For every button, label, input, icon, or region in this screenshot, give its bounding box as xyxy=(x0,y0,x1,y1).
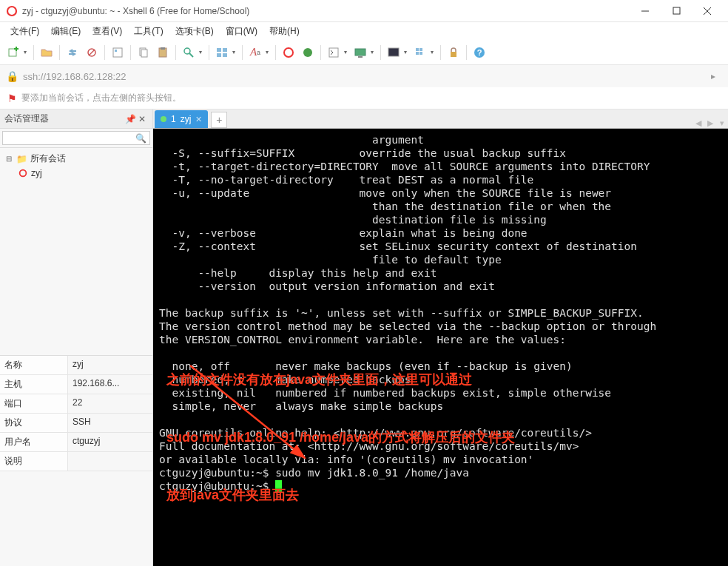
new-session-button[interactable] xyxy=(4,44,22,61)
menu-window[interactable]: 窗口(W) xyxy=(220,23,263,40)
menubar: 文件(F) 编辑(E) 查看(V) 工具(T) 选项卡(B) 窗口(W) 帮助(… xyxy=(0,22,728,40)
tree-root[interactable]: ⊟ 📁 所有会话 xyxy=(1,151,151,166)
reconnect-button[interactable] xyxy=(64,44,81,61)
session-manager-panel: 会话管理器 📌 ✕ 🔍 ⊟ 📁 所有会话 zyj 名称zyj 主机192.168… xyxy=(0,110,153,566)
titlebar: zyj - ctguzyj@ubuntu: ~ - Xshell 6 (Free… xyxy=(0,0,728,22)
svg-rect-27 xyxy=(388,48,399,56)
hint-bar: ⚑ 要添加当前会话，点击左侧的箭头按钮。 xyxy=(0,87,728,110)
svg-point-22 xyxy=(284,48,293,57)
menu-file[interactable]: 文件(F) xyxy=(4,23,45,40)
prop-host-label: 主机 xyxy=(0,375,68,394)
prop-host-value: 192.168.6... xyxy=(68,375,152,394)
menu-tabs[interactable]: 选项卡(B) xyxy=(169,23,220,40)
terminal[interactable]: argument -S, --suffix=SUFFIX override th… xyxy=(153,129,728,566)
svg-rect-28 xyxy=(416,48,419,51)
svg-rect-24 xyxy=(329,48,338,57)
dropdown-icon[interactable]: ▾ xyxy=(431,49,437,55)
session-label: zyj xyxy=(31,168,42,178)
close-button[interactable] xyxy=(692,1,722,21)
new-tab-button[interactable]: + xyxy=(211,112,227,128)
disconnect-button[interactable] xyxy=(83,44,101,61)
session-icon xyxy=(18,168,28,178)
color-button[interactable] xyxy=(280,44,297,61)
help-button[interactable]: ? xyxy=(471,44,488,61)
menu-tools[interactable]: 工具(T) xyxy=(128,23,169,40)
font-button[interactable]: Aa xyxy=(246,44,264,61)
terminal-cursor xyxy=(275,480,282,492)
dropdown-icon[interactable]: ▾ xyxy=(371,49,377,55)
xftp-button[interactable] xyxy=(299,44,317,61)
screen-button[interactable] xyxy=(351,44,369,61)
prop-port-label: 端口 xyxy=(0,394,68,413)
root-label: 所有会话 xyxy=(30,152,66,165)
window-title: zyj - ctguzyj@ubuntu: ~ - Xshell 6 (Free… xyxy=(22,6,630,16)
tab-strip: 1 zyj ✕ + ◀ ▶ ▾ xyxy=(153,110,728,129)
dropdown-icon[interactable]: ▾ xyxy=(344,49,350,55)
svg-rect-25 xyxy=(355,49,365,55)
search-icon: 🔍 xyxy=(135,133,146,144)
terminal-button[interactable] xyxy=(385,44,402,61)
hint-text: 要添加当前会话，点击左侧的箭头按钮。 xyxy=(21,92,181,104)
prop-desc-label: 说明 xyxy=(0,452,68,471)
dropdown-icon[interactable]: ▾ xyxy=(24,49,30,55)
terminal-content: argument -S, --suffix=SUFFIX override th… xyxy=(159,134,656,492)
copy-button[interactable] xyxy=(135,44,152,61)
address-field[interactable]: ssh://192.168.62.128:22 xyxy=(23,71,704,82)
tab-next-icon[interactable]: ▶ xyxy=(704,118,716,128)
tab-prev-icon[interactable]: ◀ xyxy=(692,118,704,128)
tab-index: 1 xyxy=(171,114,176,124)
prop-user-label: 用户名 xyxy=(0,433,68,451)
svg-rect-13 xyxy=(141,50,147,57)
collapse-icon[interactable]: ⊟ xyxy=(4,155,13,163)
dropdown-icon[interactable]: ▾ xyxy=(266,49,272,55)
panel-close-icon[interactable]: ✕ xyxy=(136,114,148,124)
maximize-button[interactable] xyxy=(661,1,691,21)
panel-header: 会话管理器 📌 ✕ xyxy=(0,110,152,129)
pin-icon[interactable]: 📌 xyxy=(124,114,136,124)
svg-point-23 xyxy=(303,48,312,57)
svg-line-9 xyxy=(89,50,95,55)
menu-edit[interactable]: 编辑(E) xyxy=(45,23,87,40)
paste-button[interactable] xyxy=(154,44,172,61)
tab-active[interactable]: 1 zyj ✕ xyxy=(155,110,208,128)
session-item[interactable]: zyj xyxy=(1,166,151,180)
search-input[interactable] xyxy=(2,131,150,145)
prop-proto-value: SSH xyxy=(68,414,152,432)
svg-rect-2 xyxy=(673,7,680,14)
svg-text:?: ? xyxy=(477,48,482,57)
svg-line-17 xyxy=(189,53,193,57)
status-dot-icon xyxy=(161,116,166,122)
minimize-button[interactable] xyxy=(630,1,660,21)
find-button[interactable] xyxy=(180,44,198,61)
prop-user-value: ctguzyj xyxy=(68,433,152,451)
keypad-button[interactable] xyxy=(411,44,429,61)
session-search: 🔍 xyxy=(0,129,152,148)
tab-label: zyj xyxy=(181,114,192,124)
dropdown-icon[interactable]: ▾ xyxy=(232,49,238,55)
open-folder-button[interactable] xyxy=(38,44,55,61)
app-icon xyxy=(6,5,18,17)
go-button[interactable]: ▸ xyxy=(704,71,722,81)
svg-rect-32 xyxy=(451,52,456,57)
svg-rect-10 xyxy=(113,48,122,57)
svg-rect-31 xyxy=(419,52,422,55)
properties-button[interactable] xyxy=(109,44,127,61)
dropdown-icon[interactable]: ▾ xyxy=(404,49,410,55)
svg-rect-26 xyxy=(358,56,363,58)
dropdown-icon[interactable]: ▾ xyxy=(199,49,205,55)
svg-rect-30 xyxy=(416,52,419,55)
prop-desc-value xyxy=(68,452,152,471)
script-button[interactable] xyxy=(325,44,343,61)
tab-menu-icon[interactable]: ▾ xyxy=(716,118,728,128)
svg-rect-29 xyxy=(419,48,422,51)
tab-close-icon[interactable]: ✕ xyxy=(195,115,202,124)
flag-icon: ⚑ xyxy=(7,92,17,104)
svg-rect-21 xyxy=(223,53,227,57)
svg-rect-18 xyxy=(217,48,221,52)
svg-point-35 xyxy=(20,170,27,177)
menu-help[interactable]: 帮助(H) xyxy=(263,23,306,40)
menu-view[interactable]: 查看(V) xyxy=(87,23,128,40)
svg-rect-19 xyxy=(223,48,227,52)
layout-button[interactable] xyxy=(213,44,231,61)
lock-button[interactable] xyxy=(445,44,462,61)
